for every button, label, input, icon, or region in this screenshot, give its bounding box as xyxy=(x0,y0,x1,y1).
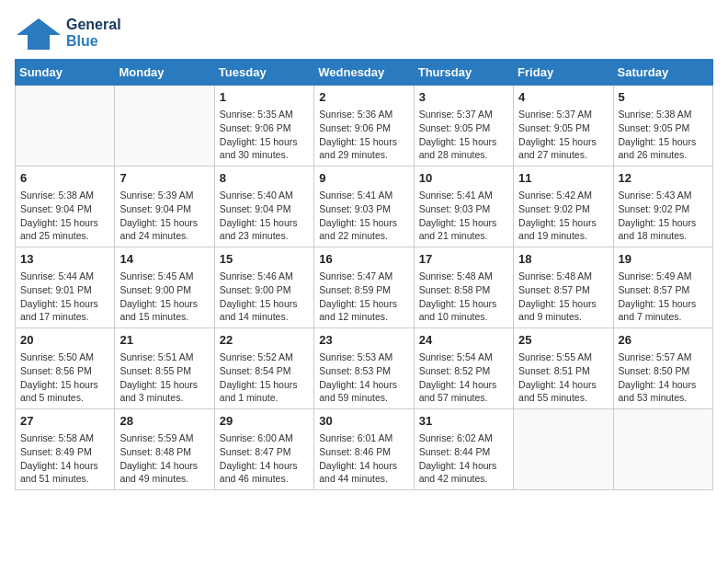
day-number: 14 xyxy=(119,251,209,268)
day-number: 5 xyxy=(619,89,708,106)
calendar-cell: 31Sunrise: 6:02 AMSunset: 8:44 PMDayligh… xyxy=(414,409,513,490)
calendar-cell: 30Sunrise: 6:01 AMSunset: 8:46 PMDayligh… xyxy=(314,409,414,490)
day-info: Sunrise: 5:39 AMSunset: 9:04 PMDaylight:… xyxy=(119,189,209,243)
calendar-cell: 14Sunrise: 5:45 AMSunset: 9:00 PMDayligh… xyxy=(115,247,214,328)
calendar-cell: 22Sunrise: 5:52 AMSunset: 8:54 PMDayligh… xyxy=(214,328,313,409)
logo-text-block: GeneralBlue xyxy=(66,17,121,51)
day-number: 11 xyxy=(518,170,608,187)
page-header: GeneralBlue xyxy=(15,15,713,52)
day-number: 16 xyxy=(319,251,408,268)
day-info: Sunrise: 5:37 AMSunset: 9:05 PMDaylight:… xyxy=(419,108,508,162)
calendar-cell: 24Sunrise: 5:54 AMSunset: 8:52 PMDayligh… xyxy=(414,328,513,409)
calendar-cell xyxy=(514,409,613,490)
calendar-week-3: 20Sunrise: 5:50 AMSunset: 8:56 PMDayligh… xyxy=(16,328,713,409)
day-number: 30 xyxy=(319,413,408,430)
calendar-cell: 9Sunrise: 5:41 AMSunset: 9:03 PMDaylight… xyxy=(314,167,414,247)
calendar-table: SundayMondayTuesdayWednesdayThursdayFrid… xyxy=(15,59,713,490)
day-info: Sunrise: 5:49 AMSunset: 8:57 PMDaylight:… xyxy=(619,270,708,324)
calendar-cell: 13Sunrise: 5:44 AMSunset: 9:01 PMDayligh… xyxy=(16,247,115,328)
day-info: Sunrise: 5:47 AMSunset: 8:59 PMDaylight:… xyxy=(319,270,408,324)
calendar-week-0: 1Sunrise: 5:35 AMSunset: 9:06 PMDaylight… xyxy=(16,86,713,167)
calendar-cell: 21Sunrise: 5:51 AMSunset: 8:55 PMDayligh… xyxy=(115,328,214,409)
calendar-cell xyxy=(16,86,115,167)
day-info: Sunrise: 5:41 AMSunset: 9:03 PMDaylight:… xyxy=(319,189,408,243)
header-monday: Monday xyxy=(115,60,214,86)
calendar-cell: 29Sunrise: 6:00 AMSunset: 8:47 PMDayligh… xyxy=(214,409,313,490)
day-number: 21 xyxy=(119,332,209,349)
day-number: 17 xyxy=(419,251,508,268)
day-number: 4 xyxy=(518,89,608,106)
day-number: 3 xyxy=(419,89,508,106)
day-info: Sunrise: 5:38 AMSunset: 9:04 PMDaylight:… xyxy=(20,189,109,243)
day-info: Sunrise: 5:48 AMSunset: 8:57 PMDaylight:… xyxy=(518,270,608,324)
day-info: Sunrise: 5:40 AMSunset: 9:04 PMDaylight:… xyxy=(220,189,309,243)
day-info: Sunrise: 5:42 AMSunset: 9:02 PMDaylight:… xyxy=(518,189,608,243)
day-info: Sunrise: 5:54 AMSunset: 8:52 PMDaylight:… xyxy=(419,350,508,405)
day-info: Sunrise: 5:53 AMSunset: 8:53 PMDaylight:… xyxy=(319,350,408,405)
day-info: Sunrise: 5:59 AMSunset: 8:48 PMDaylight:… xyxy=(119,431,209,486)
calendar-cell xyxy=(613,409,712,490)
day-number: 24 xyxy=(419,332,508,349)
day-number: 25 xyxy=(518,332,608,349)
calendar-cell: 20Sunrise: 5:50 AMSunset: 8:56 PMDayligh… xyxy=(16,328,115,409)
calendar-cell: 12Sunrise: 5:43 AMSunset: 9:02 PMDayligh… xyxy=(613,167,712,247)
calendar-cell: 19Sunrise: 5:49 AMSunset: 8:57 PMDayligh… xyxy=(613,247,712,328)
calendar-week-2: 13Sunrise: 5:44 AMSunset: 9:01 PMDayligh… xyxy=(16,247,713,328)
day-info: Sunrise: 5:38 AMSunset: 9:05 PMDaylight:… xyxy=(619,108,708,162)
day-number: 29 xyxy=(220,413,309,430)
calendar-cell: 1Sunrise: 5:35 AMSunset: 9:06 PMDaylight… xyxy=(214,86,313,167)
day-info: Sunrise: 5:50 AMSunset: 8:56 PMDaylight:… xyxy=(20,350,109,405)
day-number: 18 xyxy=(518,251,608,268)
day-info: Sunrise: 5:36 AMSunset: 9:06 PMDaylight:… xyxy=(319,108,408,162)
day-info: Sunrise: 6:00 AMSunset: 8:47 PMDaylight:… xyxy=(220,431,309,486)
day-info: Sunrise: 5:43 AMSunset: 9:02 PMDaylight:… xyxy=(619,189,708,243)
day-number: 26 xyxy=(619,332,708,349)
day-number: 31 xyxy=(419,413,508,430)
day-number: 28 xyxy=(119,413,209,430)
calendar-cell: 4Sunrise: 5:37 AMSunset: 9:05 PMDaylight… xyxy=(514,86,613,167)
calendar-cell: 17Sunrise: 5:48 AMSunset: 8:58 PMDayligh… xyxy=(414,247,513,328)
day-info: Sunrise: 5:35 AMSunset: 9:06 PMDaylight:… xyxy=(220,108,309,162)
day-number: 2 xyxy=(319,89,408,106)
day-number: 22 xyxy=(220,332,309,349)
day-number: 1 xyxy=(220,89,309,106)
day-number: 10 xyxy=(419,170,508,187)
day-number: 19 xyxy=(619,251,708,268)
calendar-cell: 3Sunrise: 5:37 AMSunset: 9:05 PMDaylight… xyxy=(414,86,513,167)
calendar-cell: 23Sunrise: 5:53 AMSunset: 8:53 PMDayligh… xyxy=(314,328,414,409)
day-number: 23 xyxy=(319,332,408,349)
calendar-cell xyxy=(115,86,214,167)
day-info: Sunrise: 5:41 AMSunset: 9:03 PMDaylight:… xyxy=(419,189,508,243)
header-friday: Friday xyxy=(514,60,613,86)
header-sunday: Sunday xyxy=(16,60,115,86)
day-info: Sunrise: 5:51 AMSunset: 8:55 PMDaylight:… xyxy=(119,350,209,405)
calendar-cell: 27Sunrise: 5:58 AMSunset: 8:49 PMDayligh… xyxy=(16,409,115,490)
calendar-cell: 7Sunrise: 5:39 AMSunset: 9:04 PMDaylight… xyxy=(115,167,214,247)
day-number: 9 xyxy=(319,170,408,187)
calendar-cell: 11Sunrise: 5:42 AMSunset: 9:02 PMDayligh… xyxy=(514,167,613,247)
day-number: 15 xyxy=(220,251,309,268)
day-number: 20 xyxy=(20,332,109,349)
logo-line1: General xyxy=(66,17,121,33)
calendar-week-1: 6Sunrise: 5:38 AMSunset: 9:04 PMDaylight… xyxy=(16,167,713,247)
calendar-cell: 15Sunrise: 5:46 AMSunset: 9:00 PMDayligh… xyxy=(214,247,313,328)
header-tuesday: Tuesday xyxy=(214,60,313,86)
calendar-cell: 28Sunrise: 5:59 AMSunset: 8:48 PMDayligh… xyxy=(115,409,214,490)
day-info: Sunrise: 6:02 AMSunset: 8:44 PMDaylight:… xyxy=(419,431,508,486)
calendar-cell: 26Sunrise: 5:57 AMSunset: 8:50 PMDayligh… xyxy=(613,328,712,409)
calendar-week-4: 27Sunrise: 5:58 AMSunset: 8:49 PMDayligh… xyxy=(16,409,713,490)
day-info: Sunrise: 6:01 AMSunset: 8:46 PMDaylight:… xyxy=(319,431,408,486)
day-info: Sunrise: 5:57 AMSunset: 8:50 PMDaylight:… xyxy=(619,350,708,405)
day-number: 7 xyxy=(119,170,209,187)
calendar-cell: 6Sunrise: 5:38 AMSunset: 9:04 PMDaylight… xyxy=(16,167,115,247)
logo-line2: Blue xyxy=(66,33,121,50)
day-number: 6 xyxy=(20,170,109,187)
calendar-cell: 10Sunrise: 5:41 AMSunset: 9:03 PMDayligh… xyxy=(414,167,513,247)
day-info: Sunrise: 5:46 AMSunset: 9:00 PMDaylight:… xyxy=(220,270,309,324)
day-info: Sunrise: 5:55 AMSunset: 8:51 PMDaylight:… xyxy=(518,350,608,405)
day-info: Sunrise: 5:58 AMSunset: 8:49 PMDaylight:… xyxy=(20,431,109,486)
calendar-cell: 2Sunrise: 5:36 AMSunset: 9:06 PMDaylight… xyxy=(314,86,414,167)
day-number: 12 xyxy=(619,170,708,187)
calendar-cell: 16Sunrise: 5:47 AMSunset: 8:59 PMDayligh… xyxy=(314,247,414,328)
day-info: Sunrise: 5:37 AMSunset: 9:05 PMDaylight:… xyxy=(518,108,608,162)
